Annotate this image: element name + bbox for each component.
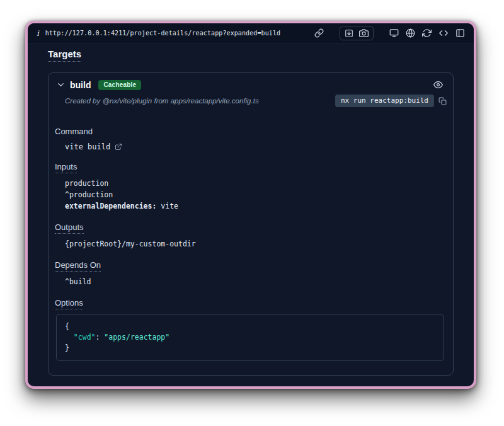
monitor-icon[interactable] [389, 28, 399, 38]
panel-icon[interactable] [455, 28, 465, 38]
capture-group [340, 26, 374, 40]
options-code-block: { "cwd": "apps/reactapp" } [56, 314, 444, 361]
chevron-down-icon[interactable] [56, 80, 66, 89]
target-name: build [70, 80, 91, 90]
outputs-label: Outputs [55, 222, 444, 232]
code-icon[interactable] [438, 28, 449, 38]
url-text[interactable]: http://127.0.0.1:4211/project-details/re… [45, 30, 280, 37]
address-bar: i http://127.0.0.1:4211/project-details/… [28, 23, 474, 43]
depends-on-item: ^build [65, 276, 444, 287]
topbar-icons [314, 26, 465, 40]
page-title: Targets [48, 43, 454, 62]
input-item-external-deps: externalDependencies: vite [65, 200, 444, 212]
command-value-row: vite build [65, 142, 444, 151]
options-label: Options [55, 298, 444, 308]
build-card-header[interactable]: build Cacheable [49, 73, 453, 93]
inputs-label: Inputs [55, 162, 444, 171]
external-deps-key: externalDependencies: [65, 202, 156, 210]
external-link-icon[interactable] [115, 143, 122, 151]
build-card-subheader: Created by @nx/vite/plugin from apps/rea… [49, 93, 453, 115]
external-deps-value: vite [156, 202, 178, 210]
input-item: ^production [65, 189, 444, 200]
build-card-body: Command vite build Inputs production ^pr… [49, 115, 453, 375]
refresh-icon[interactable] [422, 28, 432, 38]
command-value: vite build [65, 142, 110, 151]
app-window: i http://127.0.0.1:4211/project-details/… [25, 21, 476, 389]
json-key: "cwd" [74, 333, 96, 342]
depends-on-label: Depends On [55, 260, 444, 270]
target-card-build: build Cacheable Created by @nx/vite/plug… [48, 72, 454, 376]
command-label: Command [55, 127, 444, 136]
link-icon[interactable] [314, 28, 324, 38]
eye-icon[interactable] [432, 79, 445, 91]
globe-icon[interactable] [406, 28, 415, 38]
created-by-text: Created by @nx/vite/plugin from apps/rea… [65, 97, 259, 105]
page-content: Targets build Cacheable Created by @nx/v… [28, 43, 474, 386]
input-item: production [65, 178, 444, 189]
camera-icon[interactable] [359, 28, 369, 38]
cacheable-badge: Cacheable [98, 80, 141, 90]
info-icon[interactable]: i [37, 29, 39, 38]
export-icon[interactable] [345, 29, 353, 38]
json-value: "apps/reactapp" [104, 333, 169, 342]
output-item: {projectRoot}/my-custom-outdir [65, 238, 444, 250]
run-command-chip[interactable]: nx run reactapp:build [335, 95, 434, 107]
copy-icon[interactable] [438, 97, 447, 105]
